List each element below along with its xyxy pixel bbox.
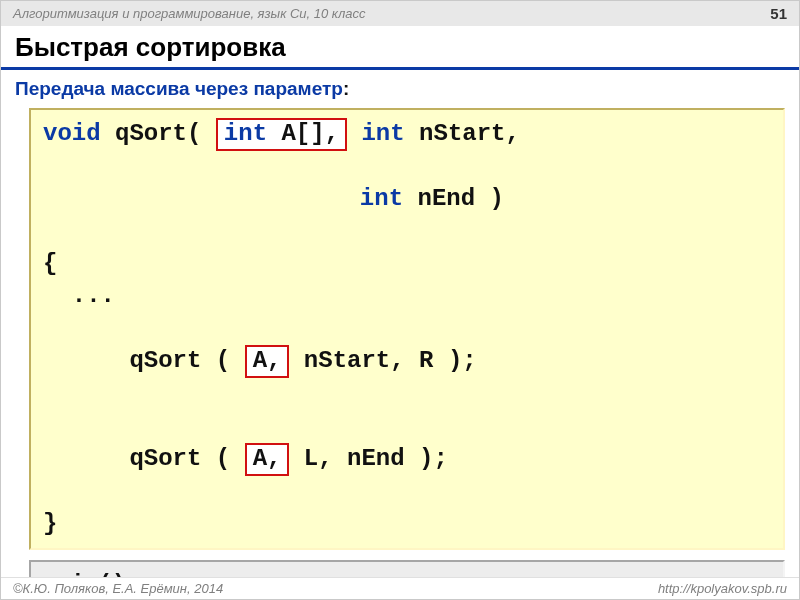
keyword-int: int <box>347 120 405 147</box>
page-number: 51 <box>770 5 787 22</box>
code-line: { <box>43 248 771 280</box>
subtitle-colon: : <box>343 78 349 99</box>
code-text: L, nEnd ); <box>289 445 447 472</box>
code-line: qSort ( A, nStart, R ); <box>43 313 771 411</box>
code-text: nStart, <box>405 120 520 147</box>
code-text: qSort ( <box>101 347 245 374</box>
slide-footer: ©К.Ю. Поляков, Е.А. Ерёмин, 2014 http://… <box>1 577 799 599</box>
code-line: ... <box>43 280 771 312</box>
page-title: Быстрая сортировка <box>1 26 799 70</box>
code-line: int nEnd ) <box>43 151 771 248</box>
highlight-array-param: int A[], <box>216 118 347 151</box>
slide-header: Алгоритмизация и программирование, язык … <box>1 1 799 26</box>
code-text: qSort( <box>101 120 216 147</box>
code-text: nStart, R ); <box>289 347 476 374</box>
code-indent <box>101 185 360 212</box>
code-line: void qSort( int A[], int nStart, <box>43 118 771 151</box>
code-text: nEnd ) <box>403 185 504 212</box>
subtitle-text: Передача массива через параметр <box>15 78 343 99</box>
highlight-array-arg: A, <box>245 443 290 476</box>
highlight-array-arg: A, <box>245 345 290 378</box>
code-line: } <box>43 508 771 540</box>
keyword-int: int <box>224 120 267 147</box>
footer-copyright: ©К.Ю. Поляков, Е.А. Ерёмин, 2014 <box>13 581 223 596</box>
course-title: Алгоритмизация и программирование, язык … <box>13 6 366 21</box>
footer-url: http://kpolyakov.spb.ru <box>658 581 787 596</box>
keyword-void: void <box>43 120 101 147</box>
code-box-function-def: void qSort( int A[], int nStart, int nEn… <box>29 108 785 550</box>
code-text: qSort ( <box>101 445 245 472</box>
section-subtitle: Передача массива через параметр: <box>1 76 799 108</box>
code-line: qSort ( A, L, nEnd ); <box>43 410 771 508</box>
keyword-int: int <box>360 185 403 212</box>
